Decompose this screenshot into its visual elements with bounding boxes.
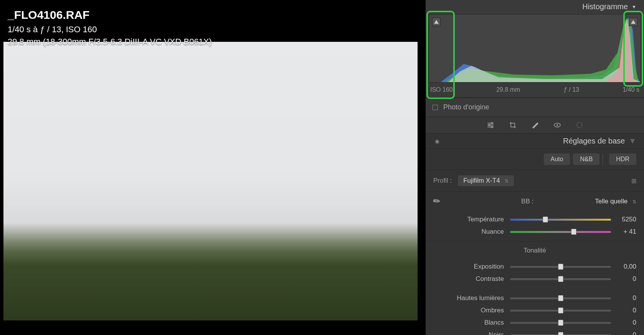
develop-panel: Histogramme ▼ ISO 160 29.8 mm ƒ / 13 1/4…: [426, 0, 644, 335]
tint-slider[interactable]: [510, 228, 611, 236]
whites-slider-row: Blancs 0: [433, 317, 636, 329]
shadows-value[interactable]: 0: [611, 307, 636, 314]
basic-settings-title: Réglages de base: [563, 137, 625, 145]
slider-thumb[interactable]: [558, 264, 563, 270]
tone-section: Tonalité Exposition 0,00 Contraste 0 Hau…: [426, 241, 644, 335]
tone-section-title: Tonalité: [433, 247, 636, 254]
profile-dropdown[interactable]: Fujifilm X-T4 ⇅: [458, 175, 514, 186]
profile-label: Profil :: [433, 177, 452, 185]
auto-button[interactable]: Auto: [544, 153, 570, 165]
temperature-label: Température: [433, 216, 510, 223]
tint-slider-row: Nuance + 41: [433, 226, 636, 238]
wb-preset-dropdown[interactable]: Telle quelle ⇅: [595, 198, 636, 205]
highlights-slider-row: Hautes lumières 0: [433, 292, 636, 304]
collapse-triangle-icon: ▼: [629, 137, 636, 145]
image-lens-info: 29.8 mm (18-300mm F/3.5-6.3 DiIII-A VC V…: [8, 37, 212, 47]
temperature-slider[interactable]: [510, 216, 611, 223]
slider-thumb[interactable]: [543, 216, 548, 223]
exposure-label: Exposition: [433, 263, 510, 271]
whites-label: Blancs: [433, 319, 510, 327]
histogram-display[interactable]: [429, 14, 641, 83]
heal-tool-icon[interactable]: [531, 121, 539, 129]
edit-toolbar: [426, 117, 644, 134]
histogram-title: Histogramme: [582, 2, 628, 11]
photo-preview[interactable]: [3, 42, 418, 320]
contrast-slider-row: Contraste 0: [433, 273, 636, 285]
image-preview-area: _FLO4106.RAF 1/40 s à ƒ / 13, ISO 160 29…: [0, 0, 426, 335]
contrast-slider[interactable]: [510, 275, 611, 283]
shadows-slider-row: Ombres 0: [433, 304, 636, 317]
wb-label: BB :: [521, 198, 533, 205]
updown-icon: ⇅: [632, 199, 636, 205]
contrast-label: Contraste: [433, 275, 510, 283]
highlights-value[interactable]: 0: [611, 294, 636, 302]
slider-thumb[interactable]: [558, 307, 563, 314]
shadows-slider[interactable]: [510, 307, 611, 314]
exposure-value[interactable]: 0,00: [611, 263, 636, 271]
blacks-label: Noirs: [433, 331, 510, 335]
contrast-value[interactable]: 0: [611, 275, 636, 283]
histo-focal: 29.8 mm: [496, 86, 520, 93]
sliders-tool-icon[interactable]: [486, 121, 495, 129]
slider-thumb[interactable]: [558, 332, 563, 335]
bw-button[interactable]: N&B: [573, 153, 599, 165]
exposure-slider-row: Exposition 0,00: [433, 261, 636, 273]
slider-thumb[interactable]: [558, 320, 563, 326]
histogram-section: Histogramme ▼ ISO 160 29.8 mm ƒ / 13 1/4…: [426, 0, 644, 97]
updown-icon: ⇅: [505, 178, 509, 184]
tint-value[interactable]: + 41: [611, 228, 636, 236]
blacks-slider-row: Noirs 0: [433, 329, 636, 335]
histogram-metadata: ISO 160 29.8 mm ƒ / 13 1/40 s: [426, 84, 644, 97]
image-exposure-info: 1/40 s à ƒ / 13, ISO 160: [8, 25, 212, 35]
blacks-slider[interactable]: [510, 331, 611, 335]
histo-iso: ISO 160: [430, 86, 453, 93]
highlight-clip-indicator[interactable]: [629, 18, 637, 26]
checkbox-icon[interactable]: [433, 105, 438, 110]
highlights-slider[interactable]: [510, 294, 611, 302]
shadow-clip-indicator[interactable]: [432, 18, 441, 26]
image-filename: _FLO4106.RAF: [8, 8, 212, 21]
svg-point-4: [556, 124, 558, 126]
whites-value[interactable]: 0: [611, 319, 636, 327]
eyedropper-tool-icon[interactable]: ✎: [431, 195, 443, 207]
original-photo-label: Photo d'origine: [443, 103, 489, 111]
histo-shutter: 1/40 s: [623, 86, 639, 93]
highlights-label: Hautes lumières: [433, 294, 510, 302]
svg-point-5: [577, 122, 582, 128]
histogram-curves: [429, 15, 641, 82]
image-info-overlay: _FLO4106.RAF 1/40 s à ƒ / 13, ISO 160 29…: [8, 8, 212, 47]
profile-row: Profil : Fujifilm X-T4 ⇅ ⊞: [426, 170, 644, 191]
original-photo-row[interactable]: Photo d'origine: [426, 97, 644, 117]
temperature-value[interactable]: 5250: [611, 216, 636, 223]
white-balance-section: ✎ BB : Telle quelle ⇅ Température 5250 N…: [426, 191, 644, 241]
shadows-label: Ombres: [433, 307, 510, 314]
slider-thumb[interactable]: [558, 295, 563, 301]
treatment-mode-buttons: Auto N&B HDR: [426, 149, 644, 170]
temperature-slider-row: Température 5250: [433, 213, 636, 226]
collapse-triangle-icon: ▼: [632, 4, 636, 10]
visibility-eye-icon[interactable]: ◉: [435, 138, 439, 144]
divider: [603, 153, 603, 165]
wb-preset-value: Telle quelle: [595, 198, 627, 205]
slider-thumb[interactable]: [558, 276, 563, 282]
hdr-button[interactable]: HDR: [609, 153, 636, 165]
exposure-slider[interactable]: [510, 263, 611, 271]
basic-settings-header[interactable]: ◉ Réglages de base ▼: [426, 134, 644, 149]
tint-label: Nuance: [433, 228, 510, 236]
histo-aperture: ƒ / 13: [564, 86, 579, 93]
histogram-header[interactable]: Histogramme ▼: [426, 0, 644, 13]
redeye-tool-icon[interactable]: [553, 121, 561, 129]
blacks-value[interactable]: 0: [611, 331, 636, 335]
crop-tool-icon[interactable]: [509, 121, 517, 129]
profile-value: Fujifilm X-T4: [463, 177, 500, 184]
profile-browser-icon[interactable]: ⊞: [631, 177, 636, 185]
mask-tool-icon[interactable]: [575, 121, 584, 129]
whites-slider[interactable]: [510, 319, 611, 327]
slider-thumb[interactable]: [571, 229, 576, 235]
